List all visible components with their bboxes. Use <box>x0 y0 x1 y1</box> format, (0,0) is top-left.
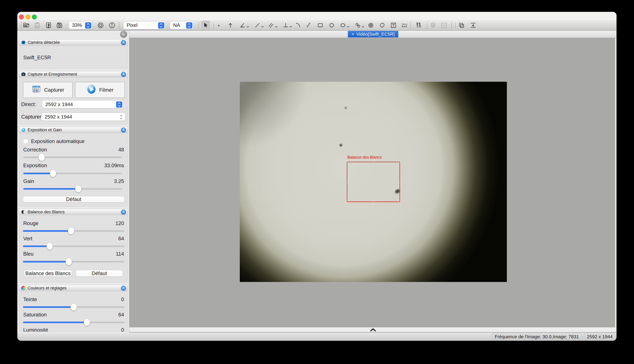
panel-white-balance: Balance des Blancs Rouge 120 Vert 64 <box>19 209 128 282</box>
slider-thumb[interactable] <box>70 304 77 311</box>
scale-bar-tool[interactable]: 10um <box>401 22 408 29</box>
slider-thumb[interactable] <box>46 243 53 250</box>
unit-select[interactable]: Pixel <box>124 21 165 29</box>
parallel-lines-tool[interactable] <box>268 22 275 29</box>
hue-slider[interactable] <box>23 304 125 311</box>
roi-handle[interactable] <box>372 200 375 203</box>
vertical-scrollbar[interactable] <box>615 38 616 327</box>
chevron-down-icon[interactable] <box>247 25 249 28</box>
point-tool[interactable] <box>215 22 222 29</box>
collapse-panel-button[interactable] <box>121 209 126 215</box>
open-file-icon[interactable] <box>22 22 30 29</box>
slider-thumb[interactable] <box>38 154 45 161</box>
slider-fill <box>23 246 50 247</box>
copy-icon[interactable] <box>458 22 465 29</box>
concentric-circles-tool[interactable] <box>367 22 374 29</box>
stepper-icon <box>85 22 91 28</box>
gain-slider[interactable] <box>23 185 122 192</box>
capture-button[interactable]: Capturer <box>23 82 73 98</box>
green-slider[interactable] <box>23 243 125 250</box>
rectangle-tool[interactable] <box>317 22 324 29</box>
roi-handle[interactable] <box>346 161 348 163</box>
direct-resolution-select[interactable]: 2592 x 1944 <box>42 100 123 108</box>
chevron-down-icon[interactable] <box>362 25 364 28</box>
na-select[interactable]: NA <box>170 21 193 29</box>
measure-tools-icon[interactable] <box>415 22 422 29</box>
slider-track[interactable] <box>23 156 122 158</box>
info-icon[interactable] <box>108 22 116 29</box>
roi-handle[interactable] <box>372 161 375 163</box>
curve-tool[interactable] <box>305 22 312 29</box>
toolbar: 33% Pixel NA <box>17 20 616 30</box>
export-csv-icon[interactable]: CSV <box>440 22 448 29</box>
roi-handle[interactable] <box>398 200 401 203</box>
zoom-window-button[interactable] <box>32 14 37 20</box>
drag-handle-dots[interactable] <box>455 23 456 28</box>
capture-resolution-select[interactable]: 2592 x 1944 <box>41 113 125 121</box>
tab-video[interactable]: × Vidéo[Swift_EC5R] <box>348 31 398 38</box>
bottom-panel-expander[interactable] <box>129 327 616 332</box>
roi-handle[interactable] <box>346 200 348 203</box>
collapse-panel-button[interactable] <box>121 286 126 291</box>
white-balance-button[interactable]: Balance des Blancs <box>24 270 72 277</box>
correction-slider[interactable] <box>23 154 122 161</box>
panel-exposure-header[interactable]: Exposition et Gain <box>19 127 128 133</box>
slider-thumb[interactable] <box>50 170 56 177</box>
slider-thumb[interactable] <box>75 185 82 192</box>
camera-device-item[interactable]: Swift_EC5R <box>23 54 51 60</box>
linked-circles-tool[interactable] <box>354 22 362 29</box>
panel-colors-header[interactable]: Couleurs et réglages <box>19 285 128 291</box>
red-slider[interactable] <box>23 228 125 234</box>
slider-thumb[interactable] <box>66 258 72 265</box>
settings-gear-icon[interactable] <box>97 22 104 29</box>
import-export-icon[interactable] <box>470 22 477 29</box>
chevron-down-icon[interactable] <box>347 25 349 28</box>
angle-tool[interactable] <box>239 22 246 29</box>
blue-slider[interactable] <box>23 258 125 265</box>
layers-icon[interactable] <box>430 22 437 29</box>
chevron-down-icon[interactable] <box>290 25 292 28</box>
minimize-window-button[interactable] <box>26 14 30 20</box>
arc-tool[interactable] <box>294 22 302 29</box>
ellipse-tool[interactable] <box>340 22 347 29</box>
circle-tool[interactable] <box>328 22 335 29</box>
wb-default-button[interactable]: Défaut <box>76 270 123 277</box>
roi-handle[interactable] <box>398 180 401 183</box>
panel-camera-header[interactable]: Caméra détectée <box>19 39 128 46</box>
camera-timer-icon[interactable] <box>56 22 63 29</box>
collapse-panel-button[interactable] <box>121 40 126 45</box>
exposure-slider[interactable] <box>23 170 122 177</box>
flash-save-icon[interactable] <box>45 22 52 29</box>
image-canvas[interactable]: Balance des Blancs <box>129 38 616 327</box>
panel-wb-header[interactable]: Balance des Blancs <box>19 209 128 215</box>
collapse-panel-button[interactable] <box>121 127 126 133</box>
polygon-tool[interactable] <box>378 22 386 29</box>
zoom-level-select[interactable]: 33% <box>69 21 92 29</box>
collapse-panel-button[interactable] <box>121 72 126 77</box>
record-button[interactable]: Filmer <box>75 82 125 98</box>
live-video-viewport[interactable]: Balance des Blancs <box>240 82 507 282</box>
arrow-tool[interactable] <box>227 22 234 29</box>
auto-exposure-checkbox[interactable] <box>23 139 28 144</box>
cursor-arrow-tool[interactable] <box>201 21 210 30</box>
save-icon[interactable] <box>34 22 41 29</box>
chevron-down-icon[interactable] <box>275 25 278 28</box>
collapse-sidebar-button[interactable]: « <box>120 31 127 38</box>
tab-close-icon[interactable]: × <box>352 32 354 37</box>
perpendicular-tool[interactable] <box>282 22 289 29</box>
line-tool[interactable] <box>254 22 261 29</box>
white-balance-roi-rect[interactable] <box>347 162 400 202</box>
slider-thumb[interactable] <box>84 319 90 326</box>
slider-value: 0 <box>121 296 124 302</box>
stepper-icon <box>116 101 122 108</box>
saturation-slider[interactable] <box>23 319 125 326</box>
exposure-default-button[interactable]: Défaut <box>23 196 124 202</box>
roi-handle[interactable] <box>346 180 348 183</box>
panel-capture-header[interactable]: Capture et Enregistrement <box>19 71 128 77</box>
close-window-button[interactable] <box>19 14 24 20</box>
text-annotation-tool[interactable] <box>390 22 397 29</box>
slider-thumb[interactable] <box>68 228 74 234</box>
color-wheel-icon <box>21 286 26 290</box>
roi-handle[interactable] <box>398 161 401 163</box>
chevron-down-icon[interactable] <box>261 25 264 28</box>
